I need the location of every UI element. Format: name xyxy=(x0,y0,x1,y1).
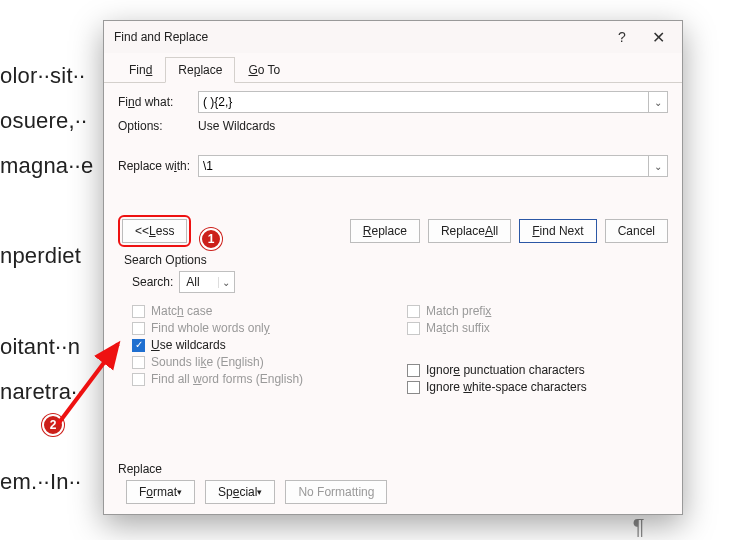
close-icon: ✕ xyxy=(652,28,665,47)
use-wildcards-checkbox[interactable]: ✓Use wildcards xyxy=(132,338,393,352)
find-next-button[interactable]: Find Next xyxy=(519,219,596,243)
replace-all-button[interactable]: Replace All xyxy=(428,219,511,243)
chevron-down-icon: ⌄ xyxy=(654,161,662,172)
dialog-title: Find and Replace xyxy=(114,30,604,44)
find-what-dropdown[interactable]: ⌄ xyxy=(648,91,668,113)
sounds-like-checkbox: Sounds like (English) xyxy=(132,355,393,369)
tab-find[interactable]: Find xyxy=(116,57,165,83)
no-formatting-button: No Formatting xyxy=(285,480,387,504)
special-button[interactable]: Special ▾ xyxy=(205,480,275,504)
options-value: Use Wildcards xyxy=(198,119,275,133)
caret-down-icon: ▾ xyxy=(257,487,262,497)
titlebar[interactable]: Find and Replace ? ✕ xyxy=(104,21,682,53)
search-options-title: Search Options xyxy=(124,253,668,267)
match-suffix-checkbox: Match suffix xyxy=(407,321,668,335)
search-direction-label: Search: xyxy=(132,275,173,289)
format-button[interactable]: Format ▾ xyxy=(126,480,195,504)
search-direction-value: All xyxy=(180,275,217,289)
caret-down-icon: ▾ xyxy=(177,487,182,497)
whole-words-checkbox: Find whole words only xyxy=(132,321,393,335)
replace-with-input[interactable] xyxy=(198,155,648,177)
help-button[interactable]: ? xyxy=(604,23,640,51)
replace-with-label: Replace with: xyxy=(118,159,198,173)
close-button[interactable]: ✕ xyxy=(640,23,676,51)
match-case-checkbox: Match case xyxy=(132,304,393,318)
match-prefix-checkbox: Match prefix xyxy=(407,304,668,318)
search-direction-select[interactable]: All ⌄ xyxy=(179,271,234,293)
find-replace-dialog: Find and Replace ? ✕ Find Replace Go To … xyxy=(103,20,683,515)
cancel-button[interactable]: Cancel xyxy=(605,219,668,243)
tab-goto[interactable]: Go To xyxy=(235,57,293,83)
find-what-input[interactable] xyxy=(198,91,648,113)
ignore-whitespace-checkbox[interactable]: Ignore white-space characters xyxy=(407,380,668,394)
find-what-label: Find what: xyxy=(118,95,198,109)
find-what-field[interactable]: ⌄ xyxy=(198,91,668,113)
replace-with-field[interactable]: ⌄ xyxy=(198,155,668,177)
options-label: Options: xyxy=(118,119,198,133)
less-button[interactable]: << Less xyxy=(122,219,187,243)
tab-replace[interactable]: Replace xyxy=(165,57,235,83)
chevron-down-icon: ⌄ xyxy=(654,97,662,108)
ignore-punctuation-checkbox[interactable]: Ignore punctuation characters xyxy=(407,363,668,377)
replace-with-dropdown[interactable]: ⌄ xyxy=(648,155,668,177)
tab-strip: Find Replace Go To xyxy=(104,55,682,83)
chevron-down-icon: ⌄ xyxy=(218,277,234,288)
replace-section-title: Replace xyxy=(118,462,668,476)
replace-button[interactable]: Replace xyxy=(350,219,420,243)
less-button-highlight: << Less xyxy=(118,215,191,247)
word-forms-checkbox: Find all word forms (English) xyxy=(132,372,393,386)
